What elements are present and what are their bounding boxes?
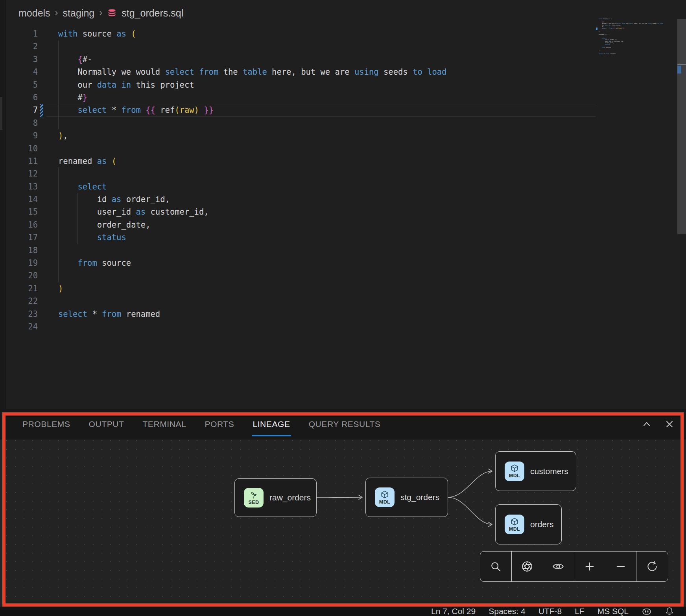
vscode-window: models›staging›stg_orders.sql 1234567891…	[0, 0, 686, 616]
code-line[interactable]: from source	[58, 257, 446, 269]
code-line[interactable]: order_date,	[58, 219, 446, 231]
toolbar-group	[636, 552, 668, 581]
code-line[interactable]: {#-	[58, 53, 446, 66]
panel-tab-ports[interactable]: PORTS	[205, 409, 234, 439]
panel-tab-output[interactable]: OUTPUT	[89, 409, 124, 439]
lineage-toolbar	[480, 551, 668, 582]
breadcrumb-file[interactable]: stg_orders.sql	[122, 7, 183, 19]
line-number: 20	[0, 269, 38, 282]
search-icon	[490, 561, 502, 572]
code-line[interactable]: )	[58, 282, 446, 295]
database-icon	[107, 8, 117, 18]
status-bar: Ln 7, Col 29Spaces: 4UTF-8LFMS SQL	[0, 607, 686, 616]
code-line[interactable]: status	[58, 231, 446, 244]
scrollbar[interactable]	[677, 19, 686, 234]
node-badge: SED	[244, 488, 264, 508]
code-line[interactable]: with source as (	[58, 28, 446, 40]
line-number: 15	[0, 206, 38, 218]
line-number: 2	[0, 40, 38, 53]
toolbar-group	[574, 552, 636, 581]
line-number: 14	[0, 193, 38, 206]
line-number: 17	[0, 231, 38, 244]
zoom-out-button[interactable]	[605, 552, 636, 581]
breadcrumb-item[interactable]: models	[18, 7, 50, 19]
line-number: 8	[0, 117, 38, 129]
code-line[interactable]	[58, 295, 446, 307]
code-line[interactable]	[58, 142, 446, 155]
panel-tab-problems[interactable]: PROBLEMS	[22, 409, 70, 439]
lineage-node-raw_orders[interactable]: SEDraw_orders	[234, 478, 317, 517]
code-line[interactable]: select * from renamed	[58, 308, 446, 320]
code-line[interactable]: renamed as (	[58, 155, 446, 167]
breadcrumb-item[interactable]: staging	[63, 7, 95, 19]
code-line[interactable]: user_id as customer_id,	[58, 206, 446, 218]
indent-guide	[58, 167, 59, 282]
code-line[interactable]: Normally we would select from the table …	[58, 66, 446, 78]
code-line[interactable]: our data in this project	[58, 79, 446, 91]
code-line[interactable]: ),	[58, 129, 446, 142]
search-button[interactable]	[480, 552, 511, 581]
cube-icon	[380, 490, 389, 499]
status-cursor-position[interactable]: Ln 7, Col 29	[431, 607, 476, 616]
modified-line-indicator	[40, 104, 43, 116]
refresh-icon	[646, 561, 658, 572]
indent-guide	[77, 193, 78, 244]
copilot-icon[interactable]	[642, 606, 652, 616]
chevron-right-icon: ›	[99, 7, 102, 18]
lineage-edge	[448, 471, 492, 498]
overview-ruler-line	[677, 64, 686, 65]
code-line[interactable]	[58, 40, 446, 53]
code-line[interactable]	[58, 244, 446, 257]
code-line[interactable]: #}	[58, 91, 446, 104]
node-label: orders	[530, 520, 554, 529]
node-label: customers	[530, 467, 568, 476]
zoom-in-icon	[584, 561, 596, 572]
line-number: 23	[0, 308, 38, 320]
bottom-panel-header: PROBLEMSOUTPUTTERMINALPORTSLINEAGEQUERY …	[0, 409, 686, 439]
code-line[interactable]	[599, 55, 663, 56]
breadcrumb[interactable]: models›staging›stg_orders.sql	[18, 4, 183, 22]
eye-button[interactable]	[543, 552, 574, 581]
node-badge: MDL	[505, 462, 524, 481]
code-line[interactable]	[58, 269, 446, 282]
bell-icon[interactable]	[665, 607, 674, 616]
line-number: 12	[0, 167, 38, 180]
line-number: 4	[0, 66, 38, 78]
panel-tab-lineage[interactable]: LINEAGE	[253, 409, 290, 439]
node-badge-label: MDL	[509, 473, 520, 478]
close-icon[interactable]	[664, 419, 675, 430]
editor-gutter: 123456789101112131415161718192021222324	[0, 28, 38, 333]
status-indentation[interactable]: Spaces: 4	[489, 607, 525, 616]
line-number: 1	[0, 28, 38, 40]
aperture-button[interactable]	[512, 552, 543, 581]
minimap[interactable]: with source as ( {#- Normally we would s…	[599, 18, 663, 56]
code-editor[interactable]: with source as ( {#- Normally we would s…	[58, 28, 446, 333]
chevron-up-icon[interactable]	[641, 419, 652, 430]
zoom-in-button[interactable]	[574, 552, 605, 581]
code-line[interactable]: select	[58, 180, 446, 193]
node-label: stg_orders	[400, 493, 439, 502]
code-line[interactable]: select * from {{ ref(raw) }}	[58, 104, 446, 116]
status-encoding[interactable]: UTF-8	[538, 607, 562, 616]
line-number: 11	[0, 155, 38, 167]
code-line[interactable]	[58, 167, 446, 180]
lineage-edge	[448, 497, 492, 524]
code-line[interactable]	[58, 320, 446, 333]
aperture-icon	[521, 561, 533, 572]
code-line[interactable]	[58, 117, 446, 129]
line-number: 6	[0, 91, 38, 104]
panel-tab-query-results[interactable]: QUERY RESULTS	[309, 409, 381, 439]
lineage-canvas[interactable]: SEDraw_ordersMDLstg_ordersMDLcustomersMD…	[0, 439, 686, 607]
lineage-node-customers[interactable]: MDLcustomers	[495, 451, 576, 491]
lineage-node-orders[interactable]: MDLorders	[495, 504, 562, 544]
status-eol-sequence[interactable]: LF	[575, 607, 585, 616]
panel-tab-terminal[interactable]: TERMINAL	[142, 409, 186, 439]
code-line[interactable]: id as order_id,	[58, 193, 446, 206]
status-language-mode[interactable]: MS SQL	[597, 607, 629, 616]
node-badge-label: SED	[249, 500, 259, 505]
refresh-button[interactable]	[636, 552, 668, 581]
line-number: 18	[0, 244, 38, 257]
lineage-node-stg_orders[interactable]: MDLstg_orders	[365, 478, 448, 517]
lineage-edge	[317, 497, 362, 498]
line-number: 16	[0, 219, 38, 231]
